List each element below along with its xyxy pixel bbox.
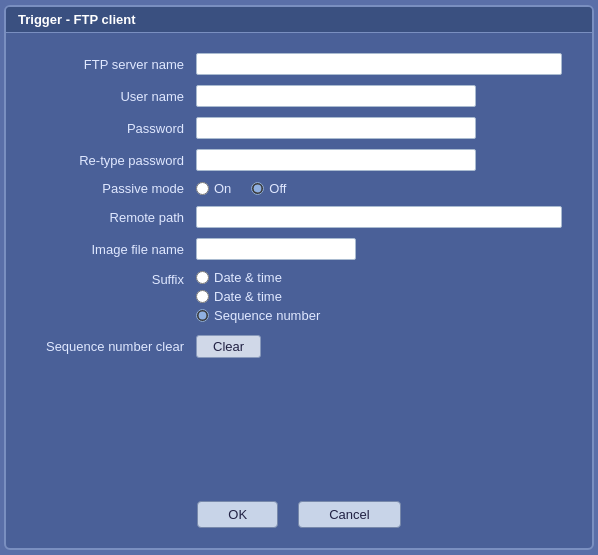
suffix-datetime1-radio[interactable] <box>196 271 209 284</box>
passive-on-label: On <box>214 181 231 196</box>
suffix-sequence-radio[interactable] <box>196 309 209 322</box>
user-name-row: User name <box>36 85 562 107</box>
dialog-title: Trigger - FTP client <box>18 12 136 27</box>
image-file-name-row: Image file name <box>36 238 562 260</box>
title-bar: Trigger - FTP client <box>6 7 592 33</box>
footer: OK Cancel <box>6 491 592 548</box>
ftp-server-label: FTP server name <box>36 57 196 72</box>
remote-path-row: Remote path <box>36 206 562 228</box>
passive-off-option[interactable]: Off <box>251 181 286 196</box>
passive-on-option[interactable]: On <box>196 181 231 196</box>
passive-off-label: Off <box>269 181 286 196</box>
passive-off-radio[interactable] <box>251 182 264 195</box>
ftp-server-row: FTP server name <box>36 53 562 75</box>
password-label: Password <box>36 121 196 136</box>
password-input[interactable] <box>196 117 476 139</box>
form-content: FTP server name User name Password Re-ty… <box>6 33 592 491</box>
image-file-name-input[interactable] <box>196 238 356 260</box>
suffix-date-time-2-option[interactable]: Date & time <box>196 289 320 304</box>
seq-clear-label: Sequence number clear <box>36 339 196 354</box>
passive-mode-row: Passive mode On Off <box>36 181 562 196</box>
passive-mode-group: On Off <box>196 181 286 196</box>
suffix-datetime1-label: Date & time <box>214 270 282 285</box>
suffix-sequence-option[interactable]: Sequence number <box>196 308 320 323</box>
remote-path-label: Remote path <box>36 210 196 225</box>
clear-button[interactable]: Clear <box>196 335 261 358</box>
user-name-input[interactable] <box>196 85 476 107</box>
passive-mode-label: Passive mode <box>36 181 196 196</box>
retype-password-label: Re-type password <box>36 153 196 168</box>
suffix-date-time-1-option[interactable]: Date & time <box>196 270 320 285</box>
password-row: Password <box>36 117 562 139</box>
remote-path-input[interactable] <box>196 206 562 228</box>
ok-button[interactable]: OK <box>197 501 278 528</box>
suffix-sequence-label: Sequence number <box>214 308 320 323</box>
image-file-name-label: Image file name <box>36 242 196 257</box>
retype-password-input[interactable] <box>196 149 476 171</box>
suffix-datetime2-label: Date & time <box>214 289 282 304</box>
cancel-button[interactable]: Cancel <box>298 501 400 528</box>
user-name-label: User name <box>36 89 196 104</box>
retype-password-row: Re-type password <box>36 149 562 171</box>
suffix-options: Date & time Date & time Sequence number <box>196 270 320 323</box>
seq-clear-row: Sequence number clear Clear <box>36 335 562 358</box>
ftp-server-input[interactable] <box>196 53 562 75</box>
suffix-datetime2-radio[interactable] <box>196 290 209 303</box>
suffix-label: Suffix <box>36 270 196 323</box>
passive-on-radio[interactable] <box>196 182 209 195</box>
dialog-container: Trigger - FTP client FTP server name Use… <box>4 5 594 550</box>
suffix-section: Suffix Date & time Date & time Sequence … <box>36 270 562 323</box>
